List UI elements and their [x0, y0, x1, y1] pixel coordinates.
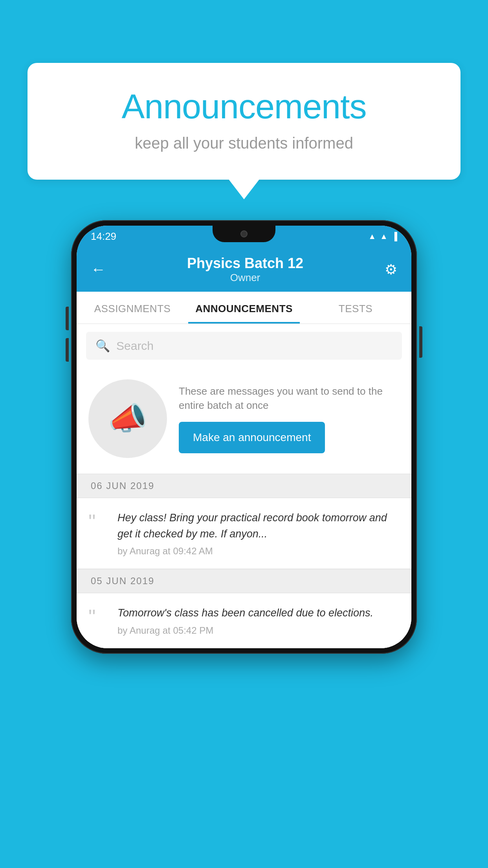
phone-wrapper: 14:29 ▲ ▲ ▐ ← Physics Batch 12 Owner ⚙ — [71, 220, 417, 654]
announcement-meta-1: by Anurag at 09:42 AM — [117, 546, 400, 557]
tab-announcements[interactable]: ANNOUNCEMENTS — [188, 292, 300, 324]
tabs: ASSIGNMENTS ANNOUNCEMENTS TESTS — [77, 292, 411, 324]
status-icons: ▲ ▲ ▐ — [368, 232, 397, 241]
search-placeholder: Search — [116, 339, 154, 353]
speech-bubble-container: Announcements keep all your students inf… — [28, 63, 460, 180]
app-bar-title: Physics Batch 12 — [187, 255, 303, 272]
announcement-content-2: Tomorrow's class has been cancelled due … — [117, 605, 400, 636]
app-bar-subtitle: Owner — [187, 272, 303, 284]
status-bar: 14:29 ▲ ▲ ▐ — [77, 226, 411, 247]
status-time: 14:29 — [91, 230, 116, 243]
bubble-subtitle: keep all your students informed — [59, 134, 429, 152]
phone-frame: 14:29 ▲ ▲ ▐ ← Physics Batch 12 Owner ⚙ — [71, 220, 417, 654]
back-button[interactable]: ← — [91, 261, 106, 278]
app-bar-title-group: Physics Batch 12 Owner — [187, 255, 303, 284]
make-announcement-button[interactable]: Make an announcement — [179, 422, 325, 453]
quote-icon-2: " — [88, 607, 108, 636]
announcement-cta: 📣 These are messages you want to send to… — [77, 368, 411, 474]
front-camera — [240, 230, 248, 237]
search-bar[interactable]: 🔍 Search — [86, 332, 402, 360]
cta-description: These are messages you want to send to t… — [179, 384, 400, 413]
announcement-item-1[interactable]: " Hey class! Bring your practical record… — [77, 498, 411, 569]
volume-down-button — [66, 338, 69, 362]
date-separator-2: 05 JUN 2019 — [77, 569, 411, 593]
cta-right: These are messages you want to send to t… — [179, 384, 400, 454]
app-bar: ← Physics Batch 12 Owner ⚙ — [77, 247, 411, 292]
announcement-text-1: Hey class! Bring your practical record b… — [117, 510, 400, 542]
bubble-title: Announcements — [59, 86, 429, 127]
settings-icon[interactable]: ⚙ — [385, 261, 397, 278]
signal-icon: ▲ — [380, 232, 388, 241]
tab-tests[interactable]: TESTS — [300, 292, 411, 324]
announcement-content-1: Hey class! Bring your practical record b… — [117, 510, 400, 557]
megaphone-circle: 📣 — [88, 379, 167, 458]
tab-assignments[interactable]: ASSIGNMENTS — [77, 292, 188, 324]
wifi-icon: ▲ — [368, 232, 376, 241]
power-button — [419, 326, 422, 358]
announcement-meta-2: by Anurag at 05:42 PM — [117, 625, 400, 636]
quote-icon-1: " — [88, 511, 108, 557]
speech-bubble: Announcements keep all your students inf… — [28, 63, 460, 180]
volume-up-button — [66, 307, 69, 330]
megaphone-icon: 📣 — [108, 400, 147, 437]
notch — [213, 226, 275, 242]
announcement-item-2[interactable]: " Tomorrow's class has been cancelled du… — [77, 593, 411, 648]
announcement-text-2: Tomorrow's class has been cancelled due … — [117, 605, 400, 621]
battery-icon: ▐ — [392, 232, 397, 241]
search-icon: 🔍 — [95, 339, 110, 353]
phone-screen: 14:29 ▲ ▲ ▐ ← Physics Batch 12 Owner ⚙ — [77, 226, 411, 648]
date-separator-1: 06 JUN 2019 — [77, 474, 411, 498]
